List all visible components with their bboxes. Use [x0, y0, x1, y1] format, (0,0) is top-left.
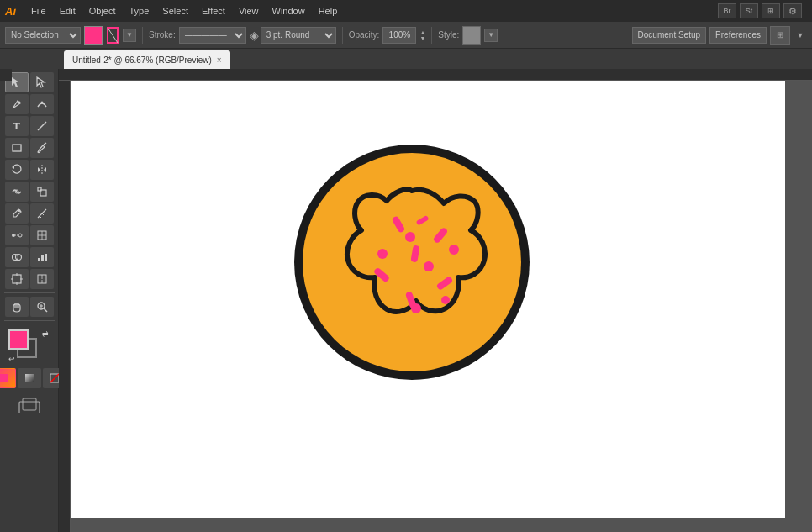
arrange-icon[interactable]: ⊞: [770, 26, 790, 45]
rect-tool[interactable]: [5, 138, 29, 158]
svg-line-6: [38, 122, 46, 130]
style-arrow[interactable]: ▼: [484, 29, 498, 42]
warp-tool[interactable]: [5, 182, 29, 202]
canvas-area: [59, 69, 812, 532]
menu-type[interactable]: Type: [123, 4, 156, 18]
opacity-input[interactable]: [382, 27, 416, 44]
tool-row-4: [5, 138, 54, 158]
opacity-label: Opacity:: [349, 30, 380, 40]
svg-line-37: [44, 308, 47, 312]
opacity-stepper[interactable]: ▲ ▼: [419, 29, 425, 41]
sync-icon[interactable]: ⚙: [783, 3, 802, 18]
document-setup-button[interactable]: Document Setup: [632, 27, 707, 44]
foreground-color-swatch[interactable]: [8, 329, 29, 350]
stroke-weight-dropdown[interactable]: 3 pt. Round: [261, 27, 336, 44]
svg-marker-3: [37, 77, 45, 87]
default-colors-icon[interactable]: ↩: [8, 355, 17, 363]
tab-close-button[interactable]: ×: [217, 55, 222, 65]
direct-select-tool[interactable]: [30, 72, 54, 92]
artboard-layers-icon[interactable]: [17, 395, 42, 415]
color-mode-row: [0, 368, 66, 388]
fill-color-swatch[interactable]: [84, 26, 103, 45]
stroke-arrow[interactable]: ▼: [123, 29, 136, 42]
tool-divider-2: [4, 320, 55, 321]
svg-point-19: [18, 234, 22, 237]
menu-view[interactable]: View: [232, 4, 266, 18]
menu-select[interactable]: Select: [156, 4, 195, 18]
svg-point-61: [411, 303, 421, 313]
hand-tool[interactable]: [5, 297, 29, 317]
donut-illustration: [286, 136, 538, 390]
menu-effect[interactable]: Effect: [195, 4, 232, 18]
separator-3: [431, 27, 432, 44]
main-layout: T: [0, 69, 812, 532]
eyedropper-tool[interactable]: [5, 203, 29, 224]
svg-point-5: [40, 102, 43, 104]
tool-row-1: [5, 72, 54, 92]
svg-marker-2: [12, 77, 19, 87]
svg-line-43: [50, 374, 59, 382]
artboard-tool[interactable]: [5, 269, 29, 289]
style-swatch[interactable]: [462, 26, 481, 45]
svg-rect-45: [23, 398, 36, 410]
type-tool[interactable]: T: [5, 116, 29, 136]
pen-tool[interactable]: [5, 94, 29, 114]
ruler-left: [59, 81, 71, 532]
measure-tool[interactable]: [30, 203, 54, 224]
color-swatch-area: ⇄ ↩: [7, 328, 52, 365]
zoom-tool[interactable]: [30, 297, 54, 317]
svg-point-58: [449, 245, 459, 255]
overflow-icon[interactable]: ▼: [794, 26, 807, 45]
options-bar: No Selection ▼ Stroke: ————— ◈ 3 pt. Rou…: [0, 22, 812, 49]
stroke-label: Stroke:: [149, 30, 176, 40]
svg-line-1: [108, 28, 118, 43]
rotate-tool[interactable]: [5, 160, 29, 180]
svg-rect-26: [38, 258, 40, 261]
stroke-dropdown[interactable]: —————: [179, 27, 246, 44]
tool-row-2: [5, 94, 54, 114]
curvature-tool[interactable]: [30, 94, 54, 114]
shape-builder-tool[interactable]: [5, 247, 29, 267]
menu-help[interactable]: Help: [312, 4, 345, 18]
stroke-indicator[interactable]: [106, 26, 119, 45]
reflect-tool[interactable]: [30, 160, 54, 180]
slice-tool[interactable]: [30, 269, 54, 289]
document-tab[interactable]: Untitled-2* @ 66.67% (RGB/Preview) ×: [64, 50, 230, 69]
menu-window[interactable]: Window: [266, 4, 312, 18]
menu-file[interactable]: File: [24, 4, 53, 18]
stock-icon[interactable]: St: [740, 3, 758, 18]
blend-tool[interactable]: [5, 225, 29, 245]
swap-colors-icon[interactable]: ⇄: [42, 329, 50, 338]
grid-icon[interactable]: ⊞: [762, 3, 780, 18]
menu-edit[interactable]: Edit: [53, 4, 82, 18]
preferences-button[interactable]: Preferences: [709, 27, 767, 44]
selection-dropdown[interactable]: No Selection: [5, 27, 81, 44]
svg-rect-7: [13, 145, 21, 151]
stroke-weight-area: ◈ 3 pt. Round: [250, 27, 336, 44]
svg-point-4: [18, 102, 20, 104]
toolbox: T: [0, 69, 59, 532]
tool-row-7: [5, 203, 54, 224]
paintbrush-tool[interactable]: [30, 138, 54, 158]
app-logo: Ai: [5, 5, 16, 18]
chart-tool[interactable]: [30, 247, 54, 267]
svg-line-17: [42, 213, 44, 215]
svg-point-14: [18, 209, 20, 212]
line-tool[interactable]: [30, 116, 54, 136]
tool-row-6: [5, 182, 54, 202]
tab-bar: Untitled-2* @ 66.67% (RGB/Preview) ×: [0, 49, 812, 69]
svg-point-59: [424, 261, 434, 271]
svg-point-60: [377, 249, 388, 259]
scale-tool[interactable]: [30, 182, 54, 202]
svg-rect-41: [25, 374, 34, 382]
mesh-tool[interactable]: [30, 225, 54, 245]
svg-point-18: [12, 234, 15, 237]
menu-object[interactable]: Object: [82, 4, 123, 18]
bridge-icon[interactable]: Br: [718, 3, 736, 18]
tab-title: Untitled-2* @ 66.67% (RGB/Preview): [72, 55, 212, 65]
color-fill-icon[interactable]: [0, 368, 16, 388]
ruler-top: [59, 69, 812, 81]
gradient-icon[interactable]: [18, 368, 41, 388]
tool-row-10: [5, 269, 54, 289]
svg-rect-40: [0, 374, 8, 382]
